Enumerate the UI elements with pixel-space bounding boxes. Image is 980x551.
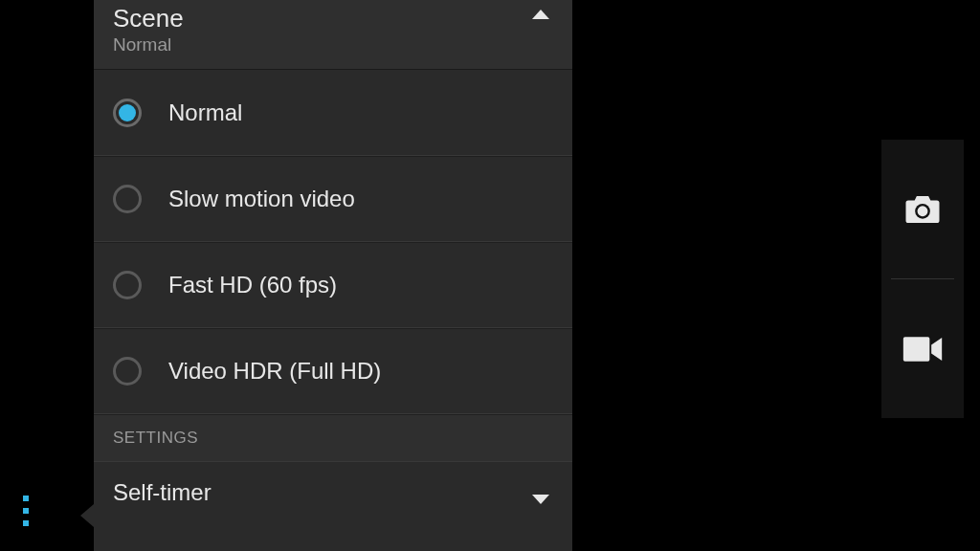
camera-settings-panel: Scene Normal Normal Slow motion video Fa… xyxy=(94,0,572,551)
chevron-down-icon xyxy=(532,495,549,504)
option-label: Slow motion video xyxy=(168,186,355,212)
scene-header[interactable]: Scene Normal xyxy=(94,0,572,70)
menu-dots-indicator[interactable] xyxy=(23,496,29,526)
radio-icon xyxy=(113,357,142,386)
dot xyxy=(23,508,29,514)
radio-icon xyxy=(113,271,142,299)
scene-option-slow-motion[interactable]: Slow motion video xyxy=(94,156,572,242)
scene-option-normal[interactable]: Normal xyxy=(94,70,572,156)
option-label: Video HDR (Full HD) xyxy=(168,358,381,385)
option-label: Normal xyxy=(168,99,242,126)
svg-rect-2 xyxy=(903,337,930,362)
video-mode-button[interactable] xyxy=(881,279,964,418)
camera-icon xyxy=(902,189,943,230)
dot xyxy=(23,520,29,526)
scene-title: Scene xyxy=(113,6,553,31)
option-label: Fast HD (60 fps) xyxy=(168,272,337,298)
dot xyxy=(23,496,29,501)
svg-point-1 xyxy=(918,206,928,216)
scene-option-fast-hd[interactable]: Fast HD (60 fps) xyxy=(94,242,572,328)
setting-self-timer[interactable]: Self-timer xyxy=(94,461,572,506)
scene-option-video-hdr[interactable]: Video HDR (Full HD) xyxy=(94,328,572,414)
radio-icon xyxy=(113,185,142,213)
setting-label: Self-timer xyxy=(113,479,212,505)
mode-toolbar xyxy=(881,140,964,418)
panel-caret xyxy=(80,504,94,527)
scene-subtitle: Normal xyxy=(113,34,553,55)
scene-options: Normal Slow motion video Fast HD (60 fps… xyxy=(94,70,572,414)
chevron-up-icon xyxy=(532,10,549,19)
radio-icon xyxy=(113,99,142,127)
video-icon xyxy=(902,333,944,365)
settings-section-header: SETTINGS xyxy=(94,414,572,461)
photo-mode-button[interactable] xyxy=(881,140,964,278)
